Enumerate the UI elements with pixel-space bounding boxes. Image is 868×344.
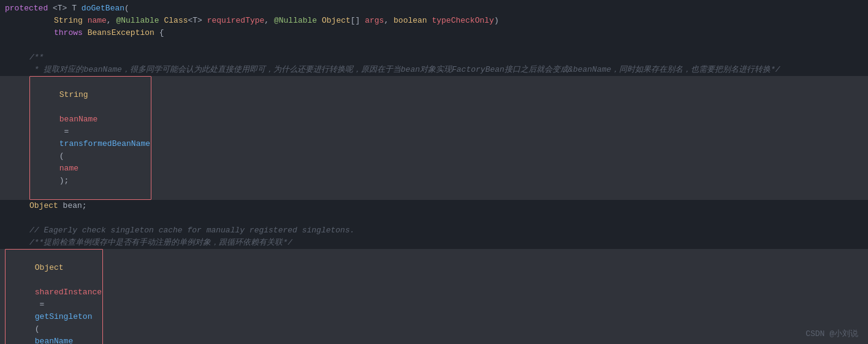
watermark: CSDN @小刘说 bbox=[805, 328, 858, 339]
token-plain: <T> T bbox=[48, 2, 82, 15]
token-paren: ( bbox=[124, 2, 129, 15]
code-line-bean: Object bean; bbox=[0, 200, 868, 212]
token-type: String bbox=[54, 15, 83, 27]
code-line-3: throws BeansException { bbox=[0, 27, 868, 39]
token-fn: doGetBean bbox=[82, 2, 124, 15]
code-editor: protected <T> T doGetBean ( String name … bbox=[0, 0, 868, 344]
code-line-blank1 bbox=[0, 39, 868, 52]
code-line-1: protected <T> T doGetBean ( bbox=[0, 2, 868, 15]
code-line-comment1: /** bbox=[0, 52, 868, 64]
code-line-2: String name , @Nullable Class <T> requir… bbox=[0, 15, 868, 27]
token-annotation: @Nullable bbox=[116, 15, 159, 27]
highlight-beanname: String beanName = transformedBeanName ( … bbox=[29, 76, 151, 200]
token-param: name bbox=[88, 15, 107, 27]
code-line-comment4: /**提前检查单例缓存中是否有手动注册的单例对象，跟循环依赖有关联*/ bbox=[0, 237, 868, 249]
code-line-beanname: String beanName = transformedBeanName ( … bbox=[0, 76, 868, 200]
code-line-comment3: // Eagerly check singleton cache for man… bbox=[0, 224, 868, 237]
code-line-blank2 bbox=[0, 212, 868, 224]
code-line-comment2: * 提取对应的beanName，很多同学可能会认为此处直接使用即可，为什么还要进… bbox=[0, 64, 868, 76]
highlight-shared: Object sharedInstance = getSingleton ( b… bbox=[5, 249, 103, 344]
token-protected: protected bbox=[5, 2, 48, 15]
code-line-shared: Object sharedInstance = getSingleton ( b… bbox=[0, 249, 868, 344]
